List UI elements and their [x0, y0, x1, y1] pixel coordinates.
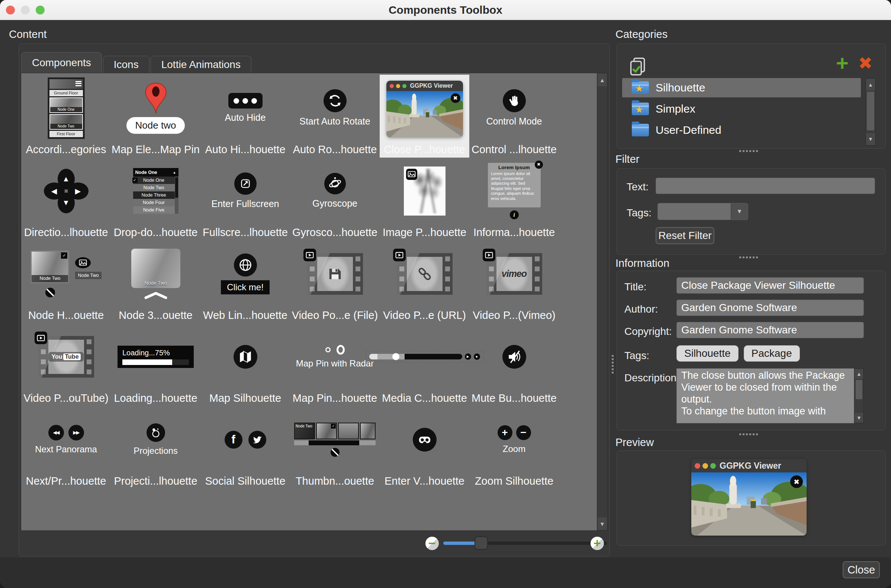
component-tile[interactable]: + − Zoom Zoom Silhouette [469, 406, 559, 489]
scrollbar-thumb[interactable] [856, 380, 862, 399]
grid-zoom-slider[interactable] [443, 542, 607, 545]
grid-zoom-slider-handle[interactable] [475, 536, 488, 550]
tag-chip[interactable]: Package [744, 345, 800, 362]
categories-scrollbar[interactable]: ▲ ▼ [865, 78, 876, 146]
filter-text-input[interactable] [656, 178, 875, 194]
component-label: Auto Ro...houette [290, 142, 380, 157]
hotspot-icon [331, 448, 340, 457]
tab-lottie-animations[interactable]: Lottie Animations [150, 56, 251, 73]
grid-scrollbar[interactable]: ▲ ▼ [597, 73, 607, 530]
component-grid-pane: Ground Floor Node One Node Two First Flo… [21, 73, 608, 531]
info-author-input[interactable] [676, 300, 864, 316]
dropdown-thumbnail: Node One▲ ✓Node OneNode TwoNode ThreeNod… [133, 168, 179, 214]
component-label: Accordi...egories [21, 142, 111, 157]
filter-tags-combobox[interactable]: ▼ [658, 203, 748, 220]
splitter-handle[interactable] [739, 256, 758, 258]
youtube-logo: YouTube [48, 352, 83, 362]
component-tile[interactable]: Node One▲ ✓Node OneNode TwoNode ThreeNod… [111, 158, 200, 240]
menu-icon [75, 81, 81, 86]
scroll-up-icon[interactable]: ▲ [855, 369, 863, 379]
mute-icon [502, 345, 526, 369]
mini-titlebar: GGPKG Viewer [386, 81, 463, 91]
delete-category-icon[interactable]: ✖ [856, 54, 875, 73]
component-label: Projecti...lhouette [111, 474, 200, 488]
component-tile[interactable]: ▲ ▼ ◀ ▶ Directio...lhouette [21, 158, 111, 240]
component-tile[interactable]: YouTube Video P...ouTube) [21, 323, 111, 406]
component-tile[interactable]: ▶ ■ Media C...houette [380, 323, 469, 406]
scroll-up-icon[interactable]: ▲ [598, 74, 607, 86]
zoom-out-icon[interactable]: − [425, 537, 439, 550]
scroll-down-icon[interactable]: ▼ [598, 518, 607, 530]
component-label: Node 3...ouette [111, 308, 200, 322]
zoom-in-icon[interactable]: + [590, 537, 604, 550]
panel-splitter-handle[interactable] [612, 355, 614, 374]
category-item-user-defined[interactable]: User-Defined [622, 120, 861, 140]
component-tile[interactable]: Gyroscope Gyrosco...houette [290, 158, 380, 240]
component-tile[interactable]: Start Auto Rotate Auto Ro...houette [290, 75, 380, 158]
scrollbar-thumb[interactable] [867, 92, 874, 130]
filter-box: Text: Tags: ▼ Reset Filter [616, 168, 886, 255]
component-tile[interactable]: Video P...e (URL) [380, 240, 469, 323]
tab-icons[interactable]: Icons [103, 56, 149, 73]
component-tile[interactable]: Auto Hide Auto Hi...houette [200, 75, 290, 158]
information-section-label: Information [615, 257, 669, 270]
component-tile[interactable]: GGPKG Viewer ✖ Close P...houette [380, 75, 469, 158]
component-tile[interactable]: Click me! Web Lin...houette [200, 240, 290, 323]
scroll-up-icon[interactable]: ▲ [866, 79, 875, 91]
select-all-categories-icon[interactable] [629, 57, 648, 76]
zoom-icons: + − [497, 425, 531, 440]
category-item-silhouette[interactable]: ★Silhouette [622, 78, 861, 98]
description-scrollbar[interactable]: ▲ ▼ [854, 368, 864, 423]
pin-label: Node two [126, 117, 185, 134]
component-tile[interactable]: Ground Floor Node One Node Two First Flo… [21, 75, 111, 158]
component-tile[interactable]: Enter Fullscreen Fullscre...lhouette [200, 158, 290, 240]
scroll-down-icon[interactable]: ▼ [866, 133, 875, 145]
component-tile[interactable]: Enter V...houette [380, 406, 469, 489]
component-tile[interactable]: Map Pin with Radar Map Pin...houette [290, 323, 380, 406]
component-label: Next/Pr...houette [21, 474, 111, 488]
component-tile[interactable]: vimeo Video P...(Vimeo) [469, 240, 559, 323]
gyroscope-icon [324, 173, 346, 194]
component-label: Video P...ouTube) [21, 391, 111, 405]
close-button[interactable]: Close [843, 561, 880, 578]
component-tile[interactable]: Lorem Ipsum ✖ Lorem ipsum dolor sit amet… [469, 158, 559, 240]
component-tile[interactable]: Control Mode Control ...lhouette [469, 75, 559, 158]
component-tile[interactable]: Projections Projecti...lhouette [111, 406, 200, 489]
accordion-thumbnail: Ground Floor Node One Node Two First Flo… [48, 77, 85, 139]
close-viewer-icon[interactable]: ✖ [790, 476, 803, 488]
splitter-handle[interactable] [739, 434, 758, 435]
zoom-out-icon: − [516, 425, 531, 440]
tab-bar: Components Icons Lottie Animations [21, 52, 251, 73]
filmstrip-thumbnail [397, 253, 452, 295]
scroll-down-icon[interactable]: ▼ [855, 413, 863, 423]
tag-chip[interactable]: Silhouette [676, 345, 739, 362]
content-section-label: Content [9, 28, 47, 40]
splitter-handle[interactable] [739, 150, 758, 152]
info-author-label: Author: [624, 303, 658, 315]
component-tile[interactable]: Node two Map Ele...Map Pin [111, 75, 200, 158]
component-tile[interactable]: Image P...houette [380, 158, 469, 240]
category-item-simplex[interactable]: ★Simplex [622, 99, 861, 118]
component-tile[interactable]: Loading...75% Loading...houette [111, 323, 200, 406]
zoom-in-icon: + [497, 425, 512, 440]
chevron-down-icon[interactable]: ▼ [731, 203, 748, 220]
info-copyright-input[interactable] [676, 322, 864, 338]
red-light-icon [695, 463, 700, 469]
component-tile[interactable]: Node Two Node 3...ouette [111, 240, 200, 323]
reset-filter-button[interactable]: Reset Filter [656, 227, 714, 244]
add-category-icon[interactable]: + [832, 53, 853, 74]
information-box: Title: Author: Copyright: Tags: Silhouet… [616, 271, 886, 430]
preview-panorama: ✖ [691, 472, 807, 536]
component-tile[interactable]: Video Po...e (File) [290, 240, 380, 323]
component-tile[interactable]: ◀◀ ▶▶ Next Panorama Next/Pr...houette [21, 406, 111, 489]
component-tile[interactable]: Mute Bu...houette [469, 323, 559, 406]
component-tile[interactable]: ✓ Node Two Node Two Node H...ouette [21, 240, 111, 323]
info-description-textarea[interactable]: The close button allows the Package View… [676, 368, 854, 423]
tab-components[interactable]: Components [21, 52, 102, 73]
panorama-image [691, 472, 807, 536]
info-tags: Silhouette Package [676, 345, 800, 362]
info-title-input[interactable] [676, 277, 864, 294]
component-tile[interactable]: Node Two ✓ Thumbn...ouette [290, 406, 380, 489]
component-tile[interactable]: f Social Silhouette [200, 406, 290, 489]
component-tile[interactable]: Map Silhouette [200, 323, 290, 406]
